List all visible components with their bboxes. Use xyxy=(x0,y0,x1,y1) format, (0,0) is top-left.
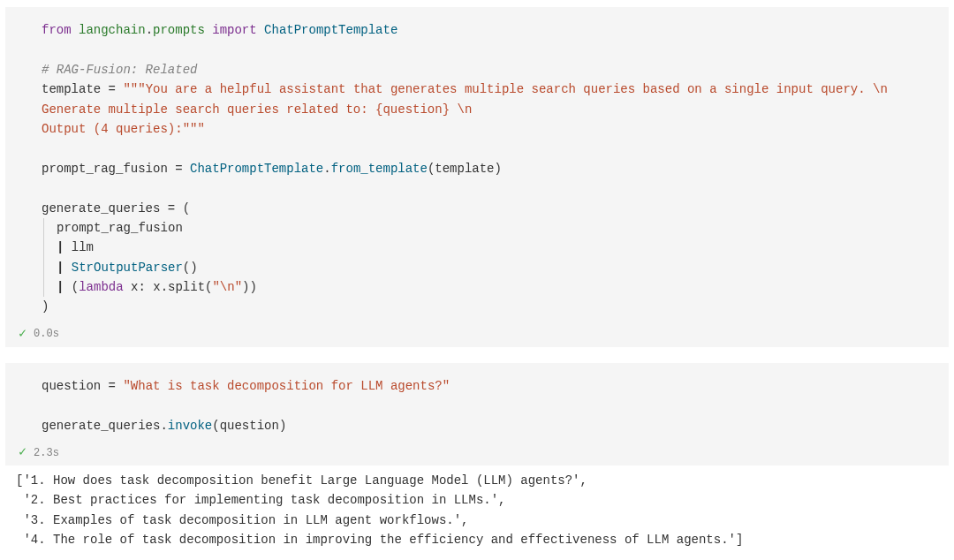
string-newline: "\n" xyxy=(212,280,242,294)
pipe-item-llm: llm xyxy=(64,240,94,254)
keyword-import: import xyxy=(212,23,256,37)
cell-output: ['1. How does task decomposition benefit… xyxy=(5,465,949,556)
lambda-body: x: x.split( xyxy=(124,280,213,294)
paren-close-chain: ) xyxy=(42,299,49,314)
class-stroutput: StrOutputParser xyxy=(72,261,183,275)
code-cell[interactable]: from langchain.prompts import ChatPrompt… xyxy=(5,7,949,347)
arg-question: question xyxy=(220,419,279,433)
class-chatprompt: ChatPromptTemplate xyxy=(190,162,323,176)
eq: = xyxy=(101,82,123,96)
checkmark-icon: ✓ xyxy=(19,446,26,459)
checkmark-icon: ✓ xyxy=(19,328,26,341)
status-row: ✓ 0.0s xyxy=(6,322,948,341)
indent-bar: prompt_rag_fusion xyxy=(43,218,183,238)
string-question: "What is task decomposition for LLM agen… xyxy=(123,379,450,393)
module-prompts: prompts xyxy=(153,23,205,37)
eq: = xyxy=(168,162,190,176)
eq: = xyxy=(101,379,123,393)
method-invoke: invoke xyxy=(168,419,212,433)
code-content[interactable]: from langchain.prompts import ChatPrompt… xyxy=(42,20,930,317)
var-template: template xyxy=(42,82,101,96)
keyword-from: from xyxy=(42,23,72,37)
triple-quote-close: """ xyxy=(183,122,205,136)
indent-bar: | StrOutputParser() xyxy=(43,258,198,277)
cell-2: question = "What is task decomposition f… xyxy=(5,363,949,556)
indent-bar: | llm xyxy=(43,238,94,257)
method-from-template: from_template xyxy=(331,162,428,176)
template-body-2: Generate multiple search queries related… xyxy=(42,102,472,117)
pipe-item-1: prompt_rag_fusion xyxy=(57,221,183,235)
paren-open: ( xyxy=(64,280,79,294)
cell-1: from langchain.prompts import ChatPrompt… xyxy=(5,7,949,347)
eq-paren: = ( xyxy=(160,201,190,216)
class-chatprompt: ChatPromptTemplate xyxy=(264,23,398,37)
paren-open: ( xyxy=(212,419,219,433)
code-cell[interactable]: question = "What is task decomposition f… xyxy=(5,363,949,465)
arg-template: template xyxy=(435,162,494,176)
keyword-lambda: lambda xyxy=(79,280,123,294)
var-prompt: prompt_rag_fusion xyxy=(42,162,168,176)
paren-close: ) xyxy=(279,419,286,433)
paren-close: ) xyxy=(495,162,502,176)
comment: # RAG-Fusion: Related xyxy=(42,63,197,77)
var-generate: generate_queries xyxy=(42,419,160,433)
code-editor[interactable]: question = "What is task decomposition f… xyxy=(6,373,948,441)
execution-time: 2.3s xyxy=(34,447,59,459)
status-row: ✓ 2.3s xyxy=(6,441,948,459)
notebook: from langchain.prompts import ChatPrompt… xyxy=(0,0,954,560)
dot: . xyxy=(146,23,153,37)
template-body-1: You are a helpful assistant that generat… xyxy=(146,82,888,96)
var-generate: generate_queries xyxy=(42,201,160,216)
template-body-3: Output (4 queries): xyxy=(42,122,183,136)
var-question: question xyxy=(42,379,101,393)
paren-close: )) xyxy=(242,280,257,294)
dot: . xyxy=(160,419,167,433)
code-editor[interactable]: from langchain.prompts import ChatPrompt… xyxy=(6,17,948,322)
dot: . xyxy=(323,162,330,176)
execution-time: 0.0s xyxy=(34,328,59,340)
indent-bar: | (lambda x: x.split("\n")) xyxy=(43,277,257,297)
module-langchain: langchain xyxy=(79,23,146,37)
parens: () xyxy=(183,261,198,275)
code-content[interactable]: question = "What is task decomposition f… xyxy=(42,376,930,435)
pipe: | xyxy=(57,261,64,275)
triple-quote-open: """ xyxy=(123,82,145,96)
